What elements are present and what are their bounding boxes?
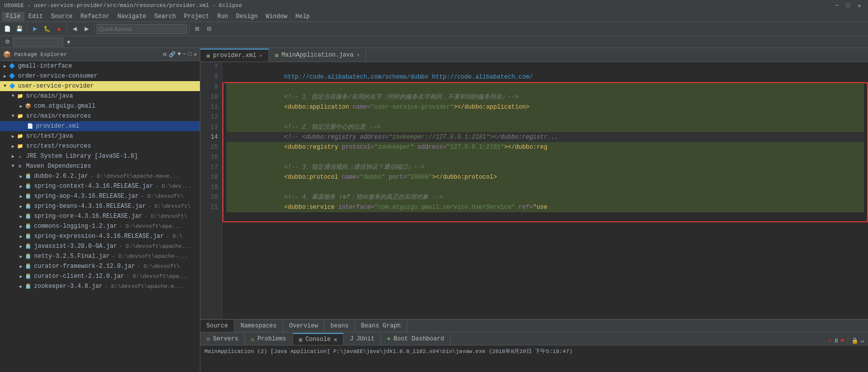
- view-button[interactable]: ⊟: [203, 24, 214, 35]
- console-clear-icon[interactable]: ✕: [828, 337, 831, 344]
- console-tab-boot-dashboard[interactable]: ● Boot Dashboard: [381, 333, 451, 345]
- run-button[interactable]: ▶: [30, 24, 41, 35]
- expand-arrow-gmall[interactable]: ▶: [2, 64, 8, 69]
- code-line-16: <!-- 3、指定通信规则（通信协议？通信端口）-->: [226, 152, 864, 162]
- close-console-tab[interactable]: ✕: [334, 336, 337, 343]
- toolbar2-dropdown[interactable]: ▼: [63, 37, 74, 48]
- source-tab-namespaces[interactable]: Namespaces: [234, 320, 283, 332]
- console-tab-problems[interactable]: ⚠ Problems: [245, 333, 293, 345]
- menu-run[interactable]: Run: [213, 12, 232, 21]
- tree-item-spring-expression-jar[interactable]: ▶ 🫙 spring-expression-4.3.16.RELEASE.jar…: [0, 231, 200, 241]
- expand-arrow-resources[interactable]: ▼: [10, 114, 16, 119]
- quick-access-input[interactable]: [97, 24, 187, 34]
- tree-item-commons-logging-jar[interactable]: ▶ 🫙 commons-logging-1.2.jar - D:\devsoft…: [0, 221, 200, 231]
- sidebar-close-icon[interactable]: ✕: [193, 51, 197, 58]
- sidebar-link-icon[interactable]: 🔗: [169, 51, 176, 58]
- tree-item-src-main-resources[interactable]: ▼ 📁 src/main/resources: [0, 111, 200, 121]
- toolbar2-btn1[interactable]: ⚙: [2, 37, 13, 48]
- tab-provider-xml[interactable]: ◼ provider.xml ✕: [200, 49, 269, 62]
- source-tab-beans-graph[interactable]: Beans Graph: [355, 320, 407, 332]
- expand-arrow-src-main[interactable]: ▼: [10, 94, 16, 99]
- save-button[interactable]: 💾: [14, 24, 25, 35]
- sidebar-collapse-all-icon[interactable]: ⊟: [163, 51, 167, 58]
- menu-source[interactable]: Source: [47, 12, 77, 21]
- tree-item-javassist-jar[interactable]: ▶ 🫙 javassist-3.20.0-GA.jar - D:\devsoft…: [0, 241, 200, 251]
- expand-arrow-jre[interactable]: ▶: [10, 154, 16, 159]
- expand-arrow-user[interactable]: ▼: [2, 84, 8, 89]
- tree-item-netty-jar[interactable]: ▶ 🫙 netty-3.2.5.Final.jar - D:\devsoft\a…: [0, 251, 200, 261]
- expand-arrow-test-java[interactable]: ▶: [10, 134, 16, 139]
- back-button[interactable]: ◀: [69, 24, 80, 35]
- menu-design[interactable]: Design: [232, 12, 261, 21]
- tab-main-application[interactable]: ◼ MainApplication.java ✕: [269, 49, 366, 62]
- close-tab-provider-xml[interactable]: ✕: [259, 53, 262, 59]
- tree-item-jre[interactable]: ▶ ☕ JRE System Library [JavaSE-1.8]: [0, 151, 200, 161]
- maven-icon: ⚙: [16, 162, 24, 170]
- console-tab-servers[interactable]: ⚙ Servers: [200, 333, 245, 345]
- source-tab-beans[interactable]: beans: [325, 320, 355, 332]
- tree-item-spring-aop-jar[interactable]: ▶ 🫙 spring-aop-4.3.16.RELEASE.jar - D:\d…: [0, 191, 200, 201]
- source-tab-overview[interactable]: Overview: [283, 320, 325, 332]
- menu-project[interactable]: Project: [180, 12, 213, 21]
- menu-help[interactable]: Help: [292, 12, 314, 21]
- code-val-20a: "com.atguigu.gmall.service.UserService": [374, 204, 515, 211]
- expand-arrow-order[interactable]: ▶: [2, 74, 8, 79]
- tree-item-package[interactable]: ▶ 📦 com.atguigu.gmall: [0, 101, 200, 111]
- expand-arrow-dubbo[interactable]: ▶: [18, 174, 24, 179]
- menu-navigate[interactable]: Navigate: [113, 12, 150, 21]
- perspective-button[interactable]: ⊞: [191, 24, 202, 35]
- menu-refactor[interactable]: Refactor: [77, 12, 114, 21]
- project-icon: 🔷: [8, 62, 16, 70]
- tree-item-user-service[interactable]: ▼ 🔷 user-service-provider: [0, 81, 200, 91]
- tree-item-gmall-interface[interactable]: ▶ 🔷 gmall-interface: [0, 61, 200, 71]
- titlebar-controls[interactable]: ─ □ ✕: [832, 3, 864, 9]
- stop-button[interactable]: ■: [54, 24, 65, 35]
- tree-item-src-test-java[interactable]: ▶ 📁 src/test/java: [0, 131, 200, 141]
- console-scroll-lock-icon[interactable]: 🔒: [851, 337, 858, 344]
- forward-button[interactable]: ▶: [81, 24, 92, 35]
- linenum-7: 7: [204, 62, 218, 72]
- sidebar-title: Package Explorer: [14, 52, 67, 58]
- expand-arrow-maven[interactable]: ▼: [10, 164, 16, 169]
- sidebar-maximize-icon[interactable]: □: [188, 51, 192, 58]
- minimize-button[interactable]: ─: [832, 3, 841, 9]
- tree-item-zookeeper-jar[interactable]: ▶ 🫙 zookeeper-3.4.8.jar - D:\devsoft\apa…: [0, 281, 200, 291]
- debug-button[interactable]: 🐛: [42, 24, 53, 35]
- close-tab-main-app[interactable]: ✕: [357, 52, 360, 58]
- close-button[interactable]: ✕: [854, 3, 864, 9]
- source-tab-label-namespaces: Namespaces: [240, 322, 276, 329]
- code-editor[interactable]: 7 8 9 10 11 12 13 14 15 16 17 18 19 20 2…: [200, 62, 868, 319]
- console-pause-icon[interactable]: ⏸: [833, 337, 839, 344]
- menu-window[interactable]: Window: [262, 12, 292, 21]
- tree-item-order-service[interactable]: ▶ 🔷 order-service-consumer: [0, 71, 200, 81]
- tree-item-spring-context-jar[interactable]: ▶ 🫙 spring-context-4.3.16.RELEASE.jar - …: [0, 181, 200, 191]
- tree-label-netty: netty-3.2.5.Final.jar: [34, 253, 110, 260]
- new-button[interactable]: 📄: [2, 24, 13, 35]
- tree-item-curator-client-jar[interactable]: ▶ 🫙 curator-client-2.12.0.jar - D:\devso…: [0, 271, 200, 281]
- tree-item-spring-beans-jar[interactable]: ▶ 🫙 spring-beans-4.3.16.RELEASE.jar - D:…: [0, 201, 200, 211]
- jar-icon-zookeeper: 🫙: [24, 282, 32, 290]
- sidebar-view-menu-icon[interactable]: ▼: [178, 51, 181, 58]
- console-stop-icon[interactable]: ■: [841, 337, 844, 343]
- menu-edit[interactable]: Edit: [25, 12, 47, 21]
- sidebar: 📦 Package Explorer ⊟ 🔗 ▼ ─ □ ✕ ▶ 🔷 gmall…: [0, 48, 200, 372]
- source-tab-source[interactable]: Source: [200, 320, 234, 332]
- tree-item-src-main-java[interactable]: ▼ 📁 src/main/java: [0, 91, 200, 101]
- console-tab-junit[interactable]: J JUnit: [344, 333, 381, 345]
- tree-item-src-test-resources[interactable]: ▶ 📁 src/test/resources: [0, 141, 200, 151]
- tree-item-dubbo-jar[interactable]: ▶ 🫙 dubbo-2.6.2.jar - D:\devsoft\apache-…: [0, 171, 200, 181]
- toolbar2-input[interactable]: [13, 38, 63, 47]
- tree-item-spring-core-jar[interactable]: ▶ 🫙 spring-core-4.3.16.RELEASE.jar - D:\…: [0, 211, 200, 221]
- expand-arrow-pkg[interactable]: ▶: [18, 104, 24, 109]
- console-word-wrap-icon[interactable]: ↵: [860, 337, 864, 344]
- tree-item-maven[interactable]: ▼ ⚙ Maven Dependencies: [0, 161, 200, 171]
- console-tab-console[interactable]: ▣ Console ✕: [293, 333, 344, 345]
- maximize-button[interactable]: □: [843, 3, 853, 9]
- menu-file[interactable]: File: [2, 12, 25, 21]
- expand-arrow-test-res[interactable]: ▶: [10, 144, 16, 149]
- tree-item-provider-xml[interactable]: 📄 provider.xml: [0, 121, 200, 131]
- code-content[interactable]: http://code.alibabatech.com/schema/dubbo…: [222, 62, 868, 319]
- menu-search[interactable]: Search: [150, 12, 180, 21]
- sidebar-minimize-icon[interactable]: ─: [183, 51, 186, 58]
- tree-item-curator-framework-jar[interactable]: ▶ 🫙 curator-framework-2.12.0.jar - D:\de…: [0, 261, 200, 271]
